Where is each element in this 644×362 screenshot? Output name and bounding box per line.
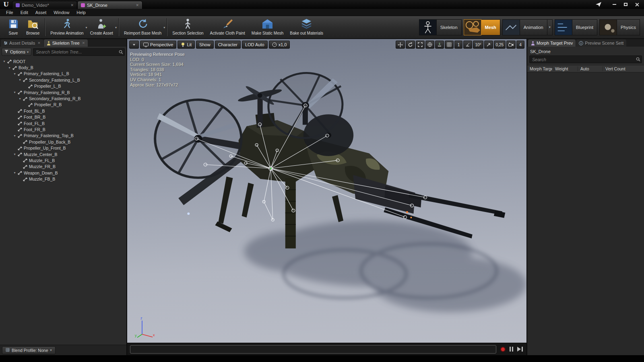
- bone-row-propeller-up-front-b[interactable]: Propeller_Up_Front_B: [0, 145, 126, 151]
- bone-row-propeller-up-back-b[interactable]: Propeller_Up_Back_B: [0, 139, 126, 145]
- browse-button[interactable]: Browse: [23, 16, 43, 38]
- menu-edit[interactable]: Edit: [17, 9, 32, 16]
- close-tab-icon[interactable]: ✕: [136, 3, 139, 7]
- column-auto[interactable]: Auto: [578, 66, 603, 71]
- bone-row-muzzle-fr-b[interactable]: Muzzle_FR_B: [0, 164, 126, 170]
- close-tab-icon[interactable]: ✕: [70, 3, 74, 7]
- reimport-base-mesh-button[interactable]: Reimport Base Mesh▾: [121, 16, 165, 38]
- rotate-tool-button[interactable]: [406, 41, 415, 49]
- bone-row-secondary-fastening-l-b[interactable]: ▾Secondary_Fastening_L_B: [0, 77, 126, 83]
- tab-morph-target-prev[interactable]: Morph Target Prev: [528, 39, 576, 47]
- mode-blueprint-button[interactable]: Blueprint: [555, 19, 597, 35]
- preview-animation-button[interactable]: Preview Animation▾: [47, 16, 87, 38]
- bone-row-propeller-r-b[interactable]: Propeller_R_B: [0, 102, 126, 108]
- column-vert-count[interactable]: Vert Count: [603, 66, 644, 71]
- activate-cloth-paint-button[interactable]: Activate Cloth Paint: [207, 16, 248, 38]
- send-feedback-icon[interactable]: [596, 2, 601, 7]
- lod-menu-button[interactable]: LOD Auto: [242, 41, 268, 49]
- bone-row-foot-fl-b[interactable]: Foot_FL_B: [0, 120, 126, 126]
- bone-row-body-b[interactable]: ▾Body_B: [0, 64, 126, 70]
- search-input[interactable]: [33, 48, 125, 56]
- expand-arrow-icon[interactable]: ▾: [2, 60, 6, 63]
- expand-arrow-icon[interactable]: ▾: [12, 72, 17, 76]
- section-selection-button[interactable]: Section Selection: [169, 16, 206, 38]
- mode-physics-button[interactable]: Physics: [599, 19, 640, 35]
- bone-row-foot-bl-b[interactable]: Foot_BL_B: [0, 108, 126, 114]
- close-tab-icon[interactable]: ✕: [37, 41, 41, 45]
- bone-row-primary-fastening-l-b[interactable]: ▾Primary_Fastening_L_B: [0, 71, 126, 77]
- bone-row-secondary-fastening-r-b[interactable]: ▾Secondary_Fastening_R_B: [0, 95, 126, 101]
- camera-speed-button[interactable]: [506, 41, 516, 49]
- scale-snap-toggle[interactable]: [484, 41, 493, 49]
- make-static-mesh-button[interactable]: Make Static Mesh: [248, 16, 287, 38]
- bone-row-root[interactable]: ▾ROOT: [0, 58, 126, 64]
- maximize-viewport-button[interactable]: [416, 41, 425, 49]
- character-menu-button[interactable]: Character: [215, 41, 241, 49]
- document-tab-demo-video[interactable]: Demo_Video* ✕: [12, 1, 77, 9]
- translate-tool-button[interactable]: [396, 41, 405, 49]
- expand-arrow-icon[interactable]: ▾: [7, 66, 12, 70]
- timeline-scrub-track[interactable]: [130, 345, 496, 354]
- bake-out-materials-button[interactable]: Bake out Materials: [287, 16, 326, 38]
- bone-row-weapon-down-b[interactable]: ▾Weapon_Down_B: [0, 170, 126, 176]
- bone-row-foot-fr-b[interactable]: Foot_FR_B: [0, 126, 126, 132]
- tab-asset-details[interactable]: Asset Details✕: [1, 39, 43, 47]
- rotation-snap-toggle[interactable]: [463, 41, 472, 49]
- step-forward-button[interactable]: [517, 347, 523, 352]
- chevron-down-icon[interactable]: ▾: [163, 26, 165, 29]
- save-button[interactable]: Save: [4, 16, 23, 38]
- bone-row-primary-fastening-top-b[interactable]: ▾Primary_Fastening_Top_B: [0, 133, 126, 139]
- bone-row-propeller-l-b[interactable]: Propeller_L_B: [0, 83, 126, 89]
- show-menu-button[interactable]: Show: [196, 41, 214, 49]
- expand-arrow-icon[interactable]: ▾: [12, 171, 17, 175]
- pause-button[interactable]: [510, 347, 513, 352]
- grid-snap-value[interactable]: 1: [454, 41, 462, 49]
- menu-help[interactable]: Help: [73, 9, 89, 16]
- blend-profile-button[interactable]: Blend Profile: None ▾: [2, 346, 56, 354]
- tab-skeleton-tree[interactable]: Skeleton Tree✕: [44, 39, 88, 47]
- maximize-button[interactable]: [621, 1, 630, 8]
- record-button[interactable]: [500, 347, 506, 352]
- column-weight[interactable]: Weight: [553, 66, 578, 71]
- mode-skeleton-button[interactable]: Skeleton: [419, 19, 462, 35]
- bone-row-muzzle-center-b[interactable]: ▾Muzzle_Center_B: [0, 151, 126, 157]
- menu-asset[interactable]: Asset: [32, 9, 50, 16]
- coordinate-system-button[interactable]: [425, 41, 434, 49]
- expand-arrow-icon[interactable]: ▾: [18, 97, 22, 101]
- bone-row-muzzle-fb-b[interactable]: Muzzle_FB_B: [0, 176, 126, 182]
- create-asset-button[interactable]: Create Asset▾: [87, 16, 116, 38]
- mode-animation-button[interactable]: Animation▾: [502, 19, 553, 35]
- camera-speed-value[interactable]: 4: [516, 41, 524, 49]
- scale-snap-value[interactable]: 0,25: [494, 41, 506, 49]
- rotation-snap-value[interactable]: 10°: [473, 41, 483, 49]
- expand-arrow-icon[interactable]: ▾: [12, 134, 17, 138]
- chevron-down-icon[interactable]: ▾: [115, 26, 117, 29]
- column-morph-target[interactable]: Morph Targe: [527, 66, 553, 71]
- bone-row-primary-fastening-r-b[interactable]: ▾Primary_Fastening_R_B: [0, 89, 126, 95]
- menu-window[interactable]: Window: [50, 9, 73, 16]
- surface-snap-toggle[interactable]: [435, 41, 444, 49]
- expand-arrow-icon[interactable]: ▾: [12, 90, 17, 94]
- lit-mode-button[interactable]: Lit: [178, 41, 195, 49]
- close-window-button[interactable]: [632, 1, 642, 8]
- minimize-button[interactable]: [609, 1, 619, 8]
- viewport-3d-view[interactable]: [127, 39, 526, 343]
- morph-target-list[interactable]: [527, 72, 644, 355]
- expand-arrow-icon[interactable]: ▾: [18, 78, 22, 82]
- search-input[interactable]: [529, 56, 642, 63]
- chevron-down-icon[interactable]: ▾: [547, 19, 553, 35]
- options-button[interactable]: Options ▾: [2, 48, 31, 56]
- playback-speed-button[interactable]: x1,0: [269, 41, 290, 49]
- close-tab-icon[interactable]: ✕: [82, 41, 85, 45]
- viewport-toolbar: PerspectiveLitShowCharacterLOD Autox1,0: [129, 41, 290, 49]
- bone-row-foot-br-b[interactable]: Foot_BR_B: [0, 114, 126, 120]
- menu-file[interactable]: File: [2, 9, 17, 16]
- view-mode-button[interactable]: Perspective: [140, 41, 176, 49]
- bone-row-muzzle-fl-b[interactable]: Muzzle_FL_B: [0, 157, 126, 163]
- tab-preview-scene-sett[interactable]: Preview Scene Sett: [576, 39, 626, 47]
- document-tab-sk-drone[interactable]: SK_Drone ✕: [77, 1, 142, 9]
- viewport-options-menu[interactable]: [129, 41, 139, 49]
- expand-arrow-icon[interactable]: ▾: [12, 152, 17, 156]
- mode-mesh-button[interactable]: Mesh: [464, 19, 500, 35]
- grid-snap-toggle[interactable]: [445, 41, 454, 49]
